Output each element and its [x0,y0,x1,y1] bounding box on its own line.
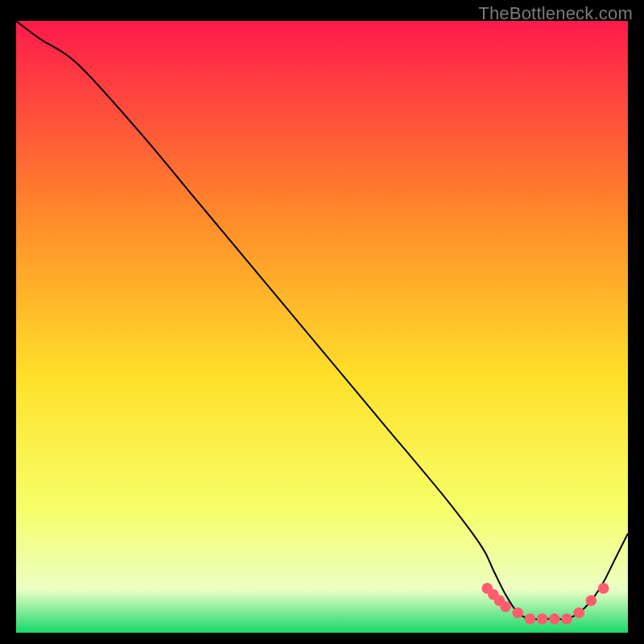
highlight-dot [512,607,523,618]
plot-area [16,21,628,631]
highlight-dot [549,613,560,625]
watermark-text: TheBottleneck.com [478,3,633,24]
highlight-dot [500,601,511,613]
chart-frame: TheBottleneck.com [0,0,644,644]
highlight-dot [561,613,572,625]
highlight-dots [481,583,609,625]
curve-layer [16,21,628,631]
highlight-dot [573,607,584,618]
highlight-dot [525,613,536,625]
highlight-dot [537,613,548,625]
highlight-dot [598,583,609,594]
curve-line [16,21,628,619]
highlight-dot [586,595,597,606]
